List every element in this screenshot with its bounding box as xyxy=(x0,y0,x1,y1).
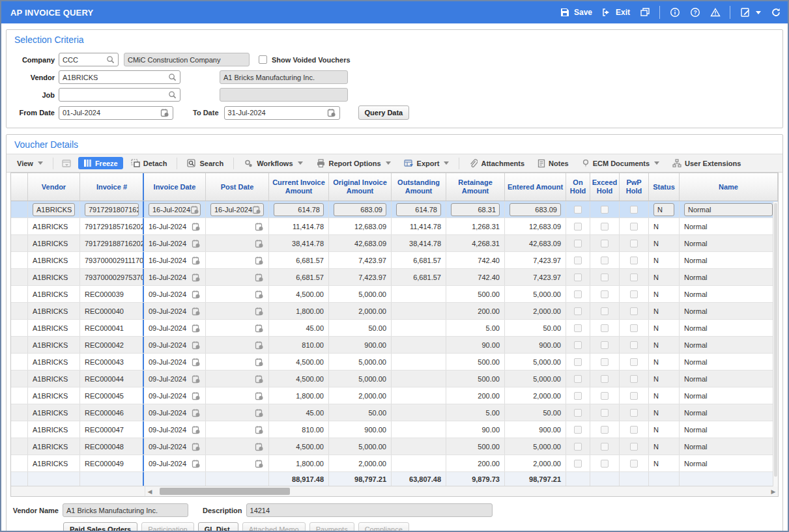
calendar-icon[interactable] xyxy=(192,374,201,384)
calendar-icon[interactable] xyxy=(255,324,264,333)
column-header-on-hold[interactable]: On Hold xyxy=(566,173,590,201)
company-code-input[interactable]: CCC xyxy=(59,53,119,66)
calendar-icon[interactable] xyxy=(255,459,264,468)
exit-button[interactable]: Exit xyxy=(601,7,630,18)
retainage-amount-cell[interactable]: 68.31 xyxy=(446,201,505,217)
row-selector[interactable] xyxy=(11,303,28,319)
vendor-code-input[interactable]: A1BRICKS xyxy=(59,70,180,84)
hold-checkbox[interactable] xyxy=(574,375,582,383)
hold-checkbox[interactable] xyxy=(630,341,638,349)
hold-checkbox[interactable] xyxy=(601,206,609,214)
hold-checkbox[interactable] xyxy=(574,290,582,298)
calendar-icon[interactable] xyxy=(255,273,264,282)
row-selector[interactable] xyxy=(11,404,28,421)
vendor-cell[interactable]: A1BRICKS xyxy=(28,201,80,217)
table-row[interactable]: A1BRICKS REC000039 09-Jul-2024 4,500.00 … xyxy=(11,286,778,303)
calendar-icon[interactable] xyxy=(192,222,201,231)
view-menu-button[interactable]: View xyxy=(12,158,48,169)
hold-checkbox[interactable] xyxy=(601,426,609,434)
hold-checkbox[interactable] xyxy=(574,307,582,315)
edit-mode-menu-button[interactable] xyxy=(739,7,761,18)
column-layout-button[interactable] xyxy=(58,157,76,170)
hold-checkbox[interactable] xyxy=(630,324,638,332)
entered-amount-cell[interactable]: 683.09 xyxy=(505,201,566,217)
calendar-icon[interactable] xyxy=(255,374,264,384)
table-row[interactable]: A1BRICKS REC000045 09-Jul-2024 1,800.00 … xyxy=(11,387,778,404)
table-row[interactable]: A1BRICKS 7917291807162024 16-Jul-2024 16… xyxy=(11,201,778,218)
row-selector[interactable] xyxy=(11,354,28,370)
search-lov-icon[interactable] xyxy=(168,73,177,81)
search-button[interactable]: Search xyxy=(182,157,229,170)
column-header-status[interactable]: Status xyxy=(649,173,680,201)
row-selector[interactable] xyxy=(11,201,28,217)
calendar-icon[interactable] xyxy=(192,273,201,282)
hold-checkbox[interactable] xyxy=(630,375,638,383)
hold-checkbox[interactable] xyxy=(574,240,582,247)
calendar-icon[interactable] xyxy=(252,205,261,214)
scroll-right-arrow[interactable]: ▶ xyxy=(769,487,778,496)
calendar-icon[interactable] xyxy=(255,341,264,350)
calendar-icon[interactable] xyxy=(192,442,201,451)
hold-checkbox[interactable] xyxy=(630,443,638,451)
hold-checkbox[interactable] xyxy=(601,375,609,383)
hold-checkbox[interactable] xyxy=(574,257,582,264)
to-date-input[interactable]: 31-Jul-2024 xyxy=(224,106,340,120)
search-lov-icon[interactable] xyxy=(106,55,115,64)
notes-button[interactable]: Notes xyxy=(532,157,574,170)
hold-checkbox[interactable] xyxy=(574,206,582,214)
hold-checkbox[interactable] xyxy=(574,358,582,366)
invoice-date-cell[interactable]: 16-Jul-2024 xyxy=(143,201,206,217)
table-row[interactable]: A1BRICKS 7917291857162024 16-Jul-2024 11… xyxy=(11,218,778,235)
calendar-icon[interactable] xyxy=(160,108,169,117)
hold-checkbox[interactable] xyxy=(574,460,582,468)
hold-checkbox[interactable] xyxy=(630,240,638,247)
from-date-input[interactable]: 01-Jul-2024 xyxy=(59,106,173,120)
hold-checkbox[interactable] xyxy=(630,223,638,231)
info-button[interactable] xyxy=(669,7,680,18)
hold-checkbox[interactable] xyxy=(574,223,582,231)
row-selector[interactable] xyxy=(11,387,28,404)
column-header-retainage-amount[interactable]: Retainage Amount xyxy=(446,173,505,201)
column-header-original-invoice-amount[interactable]: Original Invoice Amount xyxy=(329,173,392,201)
column-header-outstanding-amount[interactable]: Outstanding Amount xyxy=(392,173,446,201)
column-header-name[interactable]: Name xyxy=(680,173,778,201)
freeze-button[interactable]: Freeze xyxy=(78,157,123,169)
table-row[interactable]: A1BRICKS REC000046 09-Jul-2024 45.00 50.… xyxy=(11,404,778,421)
post-date-cell[interactable]: 16-Jul-2024 xyxy=(206,201,269,217)
show-voided-vouchers-checkbox[interactable] xyxy=(259,55,267,64)
table-row[interactable]: A1BRICKS REC000044 09-Jul-2024 4,500.00 … xyxy=(11,371,778,387)
hold-checkbox[interactable] xyxy=(574,426,582,434)
hold-checkbox[interactable] xyxy=(574,443,582,451)
user-extensions-button[interactable]: User Extensions xyxy=(667,157,746,170)
hscroll-thumb[interactable] xyxy=(160,488,290,495)
row-selector[interactable] xyxy=(11,421,28,438)
hold-checkbox[interactable] xyxy=(601,358,609,366)
hold-checkbox[interactable] xyxy=(574,324,582,332)
column-header-exceed-hold[interactable]: Exceed Hold xyxy=(590,173,620,201)
calendar-icon[interactable] xyxy=(192,459,201,468)
calendar-icon[interactable] xyxy=(255,239,264,248)
hold-checkbox[interactable] xyxy=(601,443,609,451)
hold-checkbox[interactable] xyxy=(574,409,582,417)
hold-checkbox[interactable] xyxy=(574,392,582,400)
hscroll-track[interactable] xyxy=(154,488,769,495)
current-amount-cell[interactable]: 614.78 xyxy=(269,201,329,217)
table-row[interactable]: A1BRICKS REC000041 09-Jul-2024 45.00 50.… xyxy=(11,320,778,337)
table-row[interactable]: A1BRICKS REC000042 09-Jul-2024 810.00 90… xyxy=(11,337,778,354)
row-selector[interactable] xyxy=(11,337,28,353)
hold-checkbox[interactable] xyxy=(601,409,609,417)
detach-button[interactable]: Detach xyxy=(126,157,173,169)
ecm-documents-menu-button[interactable]: ECM Documents xyxy=(577,157,665,170)
calendar-icon[interactable] xyxy=(255,357,264,367)
help-button[interactable]: ? xyxy=(689,7,700,18)
calendar-icon[interactable] xyxy=(192,239,201,248)
table-row[interactable]: A1BRICKS 7917291887162024 16-Jul-2024 38… xyxy=(11,235,778,252)
hold-checkbox[interactable] xyxy=(601,307,609,315)
hold-checkbox[interactable] xyxy=(601,460,609,468)
row-selector[interactable] xyxy=(11,269,28,285)
table-row[interactable]: A1BRICKS 7937000029111700 16-Jul-2024 6,… xyxy=(11,252,778,269)
name-cell[interactable]: Normal xyxy=(680,201,778,217)
hold-checkbox[interactable] xyxy=(630,392,638,400)
hold-checkbox[interactable] xyxy=(574,273,582,281)
table-row[interactable]: A1BRICKS REC000047 09-Jul-2024 810.00 90… xyxy=(11,421,778,438)
